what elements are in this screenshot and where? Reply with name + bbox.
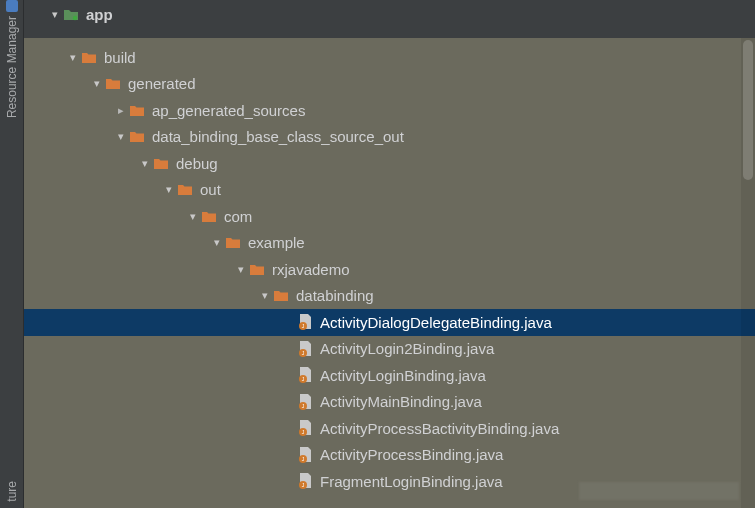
java-file-icon: J bbox=[296, 314, 314, 330]
folder-icon bbox=[248, 261, 266, 277]
tree-node-label: data_binding_base_class_source_out bbox=[152, 128, 404, 145]
chevron-down-icon[interactable] bbox=[90, 77, 104, 90]
chevron-down-icon[interactable] bbox=[258, 289, 272, 302]
sidebar-tab-label-bottom: ture bbox=[5, 481, 19, 502]
tree-node-label: rxjavademo bbox=[272, 261, 350, 278]
folder-icon bbox=[128, 102, 146, 118]
module-icon bbox=[62, 6, 80, 22]
java-file-icon: J bbox=[296, 447, 314, 463]
folder-icon bbox=[272, 288, 290, 304]
tree-node-label: out bbox=[200, 181, 221, 198]
tree-node-label: ActivityDialogDelegateBinding.java bbox=[320, 314, 552, 331]
chevron-down-icon[interactable] bbox=[138, 157, 152, 170]
resource-manager-icon bbox=[6, 0, 18, 12]
tree-folder-row[interactable]: debug bbox=[24, 150, 755, 177]
tree-node-label: com bbox=[224, 208, 252, 225]
tree-file-row[interactable]: J ActivityLoginBinding.java bbox=[24, 362, 755, 389]
tree-node-label: example bbox=[248, 234, 305, 251]
structure-tab-partial[interactable]: ture bbox=[5, 481, 19, 502]
tree-file-row[interactable]: J ActivityProcessBactivityBinding.java bbox=[24, 415, 755, 442]
tree-folder-row[interactable]: com bbox=[24, 203, 755, 230]
folder-icon bbox=[80, 49, 98, 65]
tree-file-row[interactable]: J ActivityDialogDelegateBinding.java bbox=[24, 309, 755, 336]
tree-folder-row[interactable]: out bbox=[24, 177, 755, 204]
tree-node-label: ActivityProcessBinding.java bbox=[320, 446, 503, 463]
decorative-smudge bbox=[579, 482, 739, 500]
tree-file-row[interactable]: J ActivityProcessBinding.java bbox=[24, 442, 755, 469]
tree-folder-row[interactable]: rxjavademo bbox=[24, 256, 755, 283]
java-file-icon: J bbox=[296, 367, 314, 383]
tree-node-label: FragmentLoginBinding.java bbox=[320, 473, 503, 490]
chevron-down-icon[interactable] bbox=[234, 263, 248, 276]
tree-node-label: ActivityProcessBactivityBinding.java bbox=[320, 420, 559, 437]
sidebar-tab-label: Resource Manager bbox=[5, 16, 19, 118]
tree-folder-row[interactable]: data_binding_base_class_source_out bbox=[24, 124, 755, 151]
java-file-icon: J bbox=[296, 341, 314, 357]
folder-icon bbox=[224, 235, 242, 251]
folder-icon bbox=[104, 76, 122, 92]
chevron-down-icon[interactable] bbox=[210, 236, 224, 249]
chevron-down-icon[interactable] bbox=[48, 8, 62, 21]
folder-icon bbox=[176, 182, 194, 198]
tree-folder-row[interactable]: databinding bbox=[24, 283, 755, 310]
chevron-down-icon[interactable] bbox=[186, 210, 200, 223]
chevron-down-icon[interactable] bbox=[114, 130, 128, 143]
chevron-down-icon[interactable] bbox=[162, 183, 176, 196]
tree-node-label: databinding bbox=[296, 287, 374, 304]
tree-node-label: generated bbox=[128, 75, 196, 92]
svg-point-0 bbox=[73, 16, 77, 20]
folder-icon bbox=[128, 129, 146, 145]
chevron-right-icon[interactable] bbox=[114, 104, 128, 117]
vertical-scrollbar[interactable] bbox=[741, 38, 755, 508]
tree-folder-row[interactable]: generated bbox=[24, 71, 755, 98]
tree-module-row[interactable]: app bbox=[42, 0, 755, 28]
tree-folder-row[interactable]: build bbox=[24, 44, 755, 71]
tree-node-label: ActivityMainBinding.java bbox=[320, 393, 482, 410]
tree-node-label: ActivityLogin2Binding.java bbox=[320, 340, 494, 357]
tree-node-label: ap_generated_sources bbox=[152, 102, 305, 119]
tree-header-area: app bbox=[24, 0, 755, 38]
tree-file-row[interactable]: J ActivityLogin2Binding.java bbox=[24, 336, 755, 363]
tool-window-bar-left: Resource Manager ture bbox=[0, 0, 24, 508]
tree-file-row[interactable]: J ActivityMainBinding.java bbox=[24, 389, 755, 416]
chevron-down-icon[interactable] bbox=[66, 51, 80, 64]
project-tree: app buildgeneratedap_generated_sourcesda… bbox=[24, 0, 755, 508]
tree-node-label: ActivityLoginBinding.java bbox=[320, 367, 486, 384]
java-file-icon: J bbox=[296, 420, 314, 436]
module-label: app bbox=[86, 6, 113, 23]
java-file-icon: J bbox=[296, 394, 314, 410]
folder-icon bbox=[152, 155, 170, 171]
tree-folder-row[interactable]: example bbox=[24, 230, 755, 257]
tree-body: buildgeneratedap_generated_sourcesdata_b… bbox=[24, 38, 755, 495]
java-file-icon: J bbox=[296, 473, 314, 489]
scrollbar-thumb[interactable] bbox=[743, 40, 753, 180]
resource-manager-tab[interactable]: Resource Manager bbox=[5, 0, 19, 128]
tree-node-label: debug bbox=[176, 155, 218, 172]
tree-node-label: build bbox=[104, 49, 136, 66]
folder-icon bbox=[200, 208, 218, 224]
tree-folder-row[interactable]: ap_generated_sources bbox=[24, 97, 755, 124]
